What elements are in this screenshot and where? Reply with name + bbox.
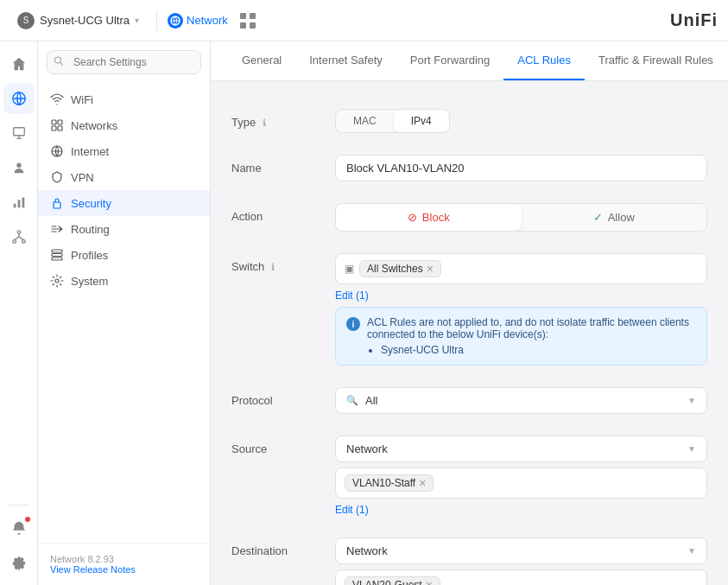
divider — [156, 10, 157, 31]
svg-rect-10 — [22, 198, 24, 208]
destination-tag-vlan20: VLAN20-Guest × — [345, 576, 440, 585]
allow-icon: ✓ — [593, 211, 603, 224]
switch-tag-input[interactable]: ▣ All Switches × — [335, 253, 707, 284]
info-icon: i — [346, 317, 360, 331]
search-input[interactable] — [47, 50, 201, 74]
action-block-btn[interactable]: ⊘ Block — [336, 204, 522, 231]
svg-point-13 — [22, 240, 25, 244]
type-info-icon: ℹ — [263, 118, 266, 128]
info-text: ACL Rules are not applied to, and do not… — [367, 316, 696, 356]
tab-traffic-firewall[interactable]: Traffic & Firewall Rules — [585, 41, 727, 80]
source-dropdown-arrow: ▼ — [687, 444, 696, 454]
rail-topology[interactable] — [3, 221, 35, 252]
site-name: Sysnet-UCG Ultra — [40, 14, 130, 27]
svg-point-11 — [17, 231, 21, 234]
search-box — [47, 50, 201, 74]
svg-rect-6 — [13, 128, 24, 136]
rail-clients[interactable] — [3, 152, 35, 183]
switch-label: Switch ℹ — [231, 253, 335, 273]
sidebar-item-vpn[interactable]: VPN — [38, 164, 210, 190]
source-tag-remove[interactable]: × — [419, 477, 426, 489]
svg-point-7 — [16, 163, 21, 168]
destination-tag-remove[interactable]: × — [426, 579, 433, 585]
source-label: Source — [231, 436, 335, 455]
sidebar-nav: WiFi Networks Internet VPN Security Rout… — [38, 83, 210, 297]
unifi-logo: UniFi — [670, 10, 718, 30]
sidebar-item-wifi[interactable]: WiFi — [38, 86, 210, 112]
svg-rect-23 — [52, 258, 62, 260]
destination-dropdown[interactable]: Network ▼ — [335, 537, 707, 564]
svg-rect-21 — [52, 250, 62, 252]
destination-dropdown-value: Network — [346, 544, 388, 557]
destination-tag-input[interactable]: VLAN20-Guest × — [335, 569, 707, 585]
nav-label: Network — [187, 14, 228, 27]
protocol-field: 🔍 All ▼ — [335, 387, 707, 414]
protocol-dropdown[interactable]: 🔍 All ▼ — [335, 387, 707, 414]
info-device: Sysnet-UCG Ultra — [381, 344, 696, 356]
destination-field: Network ▼ VLAN20-Guest × Edit (1) — [335, 537, 707, 585]
switch-field: ▣ All Switches × Edit (1) i ACL Rules ar… — [335, 253, 707, 366]
svg-point-14 — [55, 57, 61, 63]
source-dropdown-value: Network — [346, 442, 388, 455]
allow-label: Allow — [608, 211, 635, 224]
site-icon: S — [17, 12, 35, 29]
name-row: Name — [231, 144, 707, 193]
svg-rect-22 — [52, 254, 62, 257]
svg-rect-18 — [58, 126, 62, 130]
sidebar-item-system[interactable]: System — [38, 268, 210, 294]
protocol-dropdown-arrow: ▼ — [687, 396, 696, 405]
switch-tag-remove[interactable]: × — [427, 263, 434, 275]
svg-rect-17 — [52, 126, 56, 130]
switch-icon: ▣ — [345, 263, 354, 275]
acl-info-box: i ACL Rules are not applied to, and do n… — [335, 307, 707, 366]
action-field: ⊘ Block ✓ Allow — [335, 203, 707, 232]
action-allow-btn[interactable]: ✓ Allow — [522, 204, 707, 231]
sidebar-item-profiles[interactable]: Profiles — [38, 242, 210, 268]
type-tabs: MAC IPv4 — [335, 109, 450, 133]
sidebar-item-security[interactable]: Security — [38, 190, 210, 216]
sidebar-item-networks[interactable]: Networks — [38, 112, 210, 138]
tab-general[interactable]: General — [228, 41, 295, 80]
sidebar-footer: Network 8.2.93 View Release Notes — [38, 543, 210, 585]
sidebar-item-internet[interactable]: Internet — [38, 138, 210, 164]
sidebar-item-routing[interactable]: Routing — [38, 216, 210, 242]
tab-port-forwarding[interactable]: Port Forwarding — [396, 41, 503, 80]
tab-mac[interactable]: MAC — [336, 110, 394, 132]
svg-rect-15 — [52, 120, 56, 124]
svg-point-24 — [55, 279, 59, 283]
tab-acl-rules[interactable]: ACL Rules — [503, 41, 585, 80]
svg-rect-16 — [58, 120, 62, 124]
rail-alerts[interactable] — [3, 512, 35, 544]
svg-rect-4 — [250, 22, 256, 29]
svg-rect-8 — [13, 204, 16, 208]
svg-rect-2 — [250, 13, 256, 19]
switch-edit-link[interactable]: Edit (1) — [335, 289, 707, 302]
type-row: Type ℹ MAC IPv4 — [231, 99, 707, 144]
rail-network[interactable] — [3, 83, 35, 114]
app-icon[interactable] — [235, 8, 261, 34]
source-field: Network ▼ VLAN10-Staff × Edit (1) — [335, 436, 707, 516]
type-field: MAC IPv4 — [335, 109, 707, 133]
action-row: Action ⊘ Block ✓ Allow — [231, 193, 707, 243]
name-label: Name — [231, 155, 335, 175]
release-notes-link[interactable]: View Release Notes — [50, 564, 136, 575]
switch-row: Switch ℹ ▣ All Switches × Edit (1) i — [231, 243, 707, 377]
protocol-row: Protocol 🔍 All ▼ — [231, 377, 707, 425]
svg-rect-1 — [240, 13, 246, 19]
tab-internet-safety[interactable]: Internet Safety — [295, 41, 396, 80]
network-nav-icon — [168, 13, 183, 29]
nav-network[interactable]: Network — [168, 13, 228, 29]
source-dropdown[interactable]: Network ▼ — [335, 436, 707, 462]
source-edit-link[interactable]: Edit (1) — [335, 504, 707, 516]
icon-rail — [0, 41, 38, 585]
rail-settings[interactable] — [3, 547, 35, 578]
svg-rect-9 — [17, 200, 20, 207]
source-tag-input[interactable]: VLAN10-Staff × — [335, 467, 707, 499]
rail-stats[interactable] — [3, 187, 35, 218]
protocol-label: Protocol — [231, 387, 335, 407]
tab-ipv4[interactable]: IPv4 — [394, 110, 449, 132]
rail-home[interactable] — [3, 48, 35, 79]
site-selector[interactable]: S Sysnet-UCG Ultra ▾ — [10, 9, 146, 33]
rail-devices[interactable] — [3, 118, 35, 149]
name-input[interactable] — [335, 155, 707, 181]
